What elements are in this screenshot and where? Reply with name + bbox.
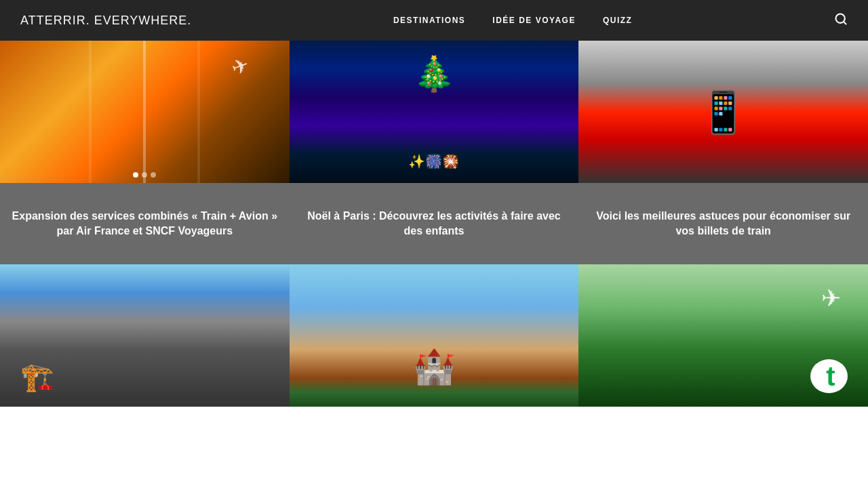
card-4-image xyxy=(0,264,290,407)
dot-2 xyxy=(142,172,147,178)
logo-bold: ATTERRIR. xyxy=(20,14,90,27)
search-button[interactable] xyxy=(834,12,848,29)
site-logo[interactable]: ATTERRIR. EVERYWHERE. xyxy=(20,14,191,28)
card-2-title-area[interactable]: Noël à Paris : Découvrez les activités à… xyxy=(290,183,579,264)
card-1-title-area[interactable]: Expansion des services combinés « Train … xyxy=(0,183,290,264)
site-header: ATTERRIR. EVERYWHERE. DESTINATIONS IDÉE … xyxy=(0,0,868,41)
logo-light: EVERYWHERE. xyxy=(90,14,192,27)
card-3-image xyxy=(578,41,868,183)
dot-1 xyxy=(133,172,138,178)
nav-destinations[interactable]: DESTINATIONS xyxy=(393,16,465,25)
main-content: Expansion des services combinés « Train … xyxy=(0,41,868,407)
main-nav: DESTINATIONS IDÉE DE VOYAGE QUIZZ xyxy=(393,16,633,25)
card-3-title: Voici les meilleures astuces pour économ… xyxy=(589,209,858,239)
card-2-title: Noël à Paris : Découvrez les activités à… xyxy=(300,209,569,239)
card-1-title: Expansion des services combinés « Train … xyxy=(10,209,279,239)
svg-line-1 xyxy=(844,21,846,24)
title-grid-row1: Expansion des services combinés « Train … xyxy=(0,183,868,264)
nav-quizz[interactable]: QUIZZ xyxy=(603,16,633,25)
card-2[interactable] xyxy=(290,41,579,183)
card-6-image xyxy=(578,264,868,407)
card-3-title-area[interactable]: Voici les meilleures astuces pour économ… xyxy=(578,183,868,264)
card-5-image xyxy=(290,264,579,407)
card-2-image xyxy=(290,41,579,183)
card-6[interactable] xyxy=(578,264,868,407)
card-5[interactable] xyxy=(290,264,579,407)
card-3[interactable] xyxy=(578,41,868,183)
card-1[interactable] xyxy=(0,41,290,183)
card-1-dots xyxy=(133,172,156,178)
image-grid-row1 xyxy=(0,41,868,183)
nav-idee-voyage[interactable]: IDÉE DE VOYAGE xyxy=(492,16,576,25)
card-4[interactable] xyxy=(0,264,290,407)
card-1-image xyxy=(0,41,290,183)
image-grid-row2 xyxy=(0,264,868,407)
dot-3 xyxy=(151,172,156,178)
